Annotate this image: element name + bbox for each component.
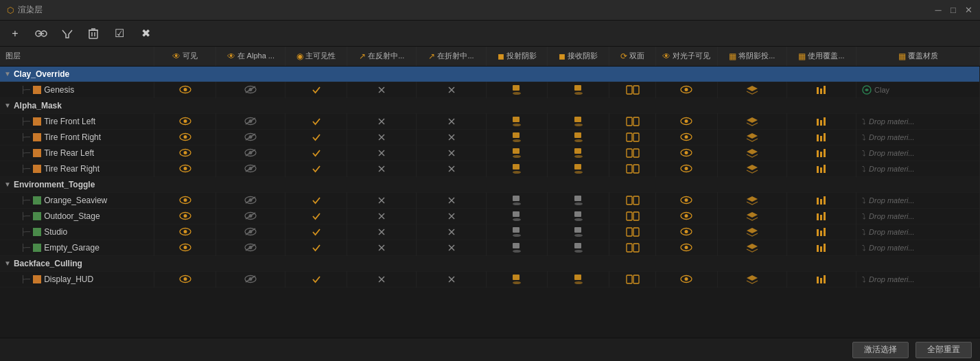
cell-twosided[interactable] xyxy=(609,82,655,97)
cell-castshadow[interactable] xyxy=(486,129,548,145)
cell-refl[interactable] xyxy=(347,113,417,129)
cell-usecover[interactable] xyxy=(786,192,856,208)
cell-usecover[interactable] xyxy=(786,271,856,287)
cell-covermaterial[interactable]: ⤵ Drop materi... xyxy=(856,145,980,161)
section-row[interactable]: ▼ Alpha_Mask xyxy=(0,97,980,113)
cell-refl[interactable] xyxy=(347,161,417,176)
cell-photovis[interactable] xyxy=(655,145,717,161)
cell-name[interactable]: ├─ Display_HUD xyxy=(0,271,154,287)
cell-visible[interactable] xyxy=(154,113,216,129)
filter-button[interactable] xyxy=(58,24,77,43)
cell-usecover[interactable] xyxy=(786,145,856,161)
cell-visible[interactable] xyxy=(154,145,216,161)
maximize-button[interactable]: □ xyxy=(948,5,958,15)
cell-shadowpass[interactable] xyxy=(717,82,786,97)
cell-name[interactable]: ├─ Tire Front Right xyxy=(0,129,154,145)
cell-refr[interactable] xyxy=(417,82,486,97)
cell-covermaterial[interactable]: ⤵ Drop materi... xyxy=(856,113,980,129)
reset-all-button[interactable]: 全部重置 xyxy=(915,342,972,358)
section-cell[interactable]: ▼ Clay_Override xyxy=(0,66,980,82)
cell-mainvis[interactable] xyxy=(285,129,347,145)
cell-recvshadow[interactable] xyxy=(548,192,609,208)
cell-visible[interactable] xyxy=(154,129,216,145)
table-row[interactable]: ├─ Outdoor_Stage ⤵ Drop materi... xyxy=(0,208,980,224)
cell-usecover[interactable] xyxy=(786,240,856,255)
add-layer-button[interactable]: + xyxy=(5,24,25,43)
cell-shadowpass[interactable] xyxy=(717,129,786,145)
minimize-button[interactable]: ─ xyxy=(933,5,943,15)
table-row[interactable]: ├─ Tire Front Left ⤵ Drop materi... xyxy=(0,113,980,129)
cell-twosided[interactable] xyxy=(609,192,655,208)
cell-covermaterial[interactable]: ⤵ Drop materi... xyxy=(856,224,980,240)
cell-shadowpass[interactable] xyxy=(717,161,786,176)
table-row[interactable]: ├─ Genesis Clay xyxy=(0,82,980,97)
cell-alpha[interactable] xyxy=(216,208,285,224)
table-row[interactable]: ├─ Empty_Garage ⤵ Drop materi... xyxy=(0,240,980,255)
cell-shadowpass[interactable] xyxy=(717,240,786,255)
cell-refr[interactable] xyxy=(417,145,486,161)
cell-shadowpass[interactable] xyxy=(717,271,786,287)
cell-refl[interactable] xyxy=(347,145,417,161)
cell-alpha[interactable] xyxy=(216,271,285,287)
cell-visible[interactable] xyxy=(154,271,216,287)
table-row[interactable]: ├─ Tire Rear Right ⤵ Drop materi... xyxy=(0,161,980,176)
cell-recvshadow[interactable] xyxy=(548,113,609,129)
cell-recvshadow[interactable] xyxy=(548,240,609,255)
check-button[interactable]: ☑ xyxy=(110,24,129,43)
cell-shadowpass[interactable] xyxy=(717,224,786,240)
cell-covermaterial[interactable]: Clay xyxy=(856,82,980,97)
cell-mainvis[interactable] xyxy=(285,145,347,161)
collapse-arrow[interactable]: ▼ xyxy=(4,259,11,267)
delete-button[interactable] xyxy=(84,24,103,43)
cell-mainvis[interactable] xyxy=(285,113,347,129)
cell-refl[interactable] xyxy=(347,192,417,208)
cell-alpha[interactable] xyxy=(216,240,285,255)
cell-refr[interactable] xyxy=(417,224,486,240)
uncheck-button[interactable]: ✖ xyxy=(136,24,155,43)
cell-twosided[interactable] xyxy=(609,224,655,240)
activate-selection-button[interactable]: 激活选择 xyxy=(852,342,909,358)
cell-refl[interactable] xyxy=(347,224,417,240)
cell-recvshadow[interactable] xyxy=(548,208,609,224)
cell-refr[interactable] xyxy=(417,240,486,255)
cell-name[interactable]: ├─ Orange_Seaview xyxy=(0,192,154,208)
section-cell[interactable]: ▼ Alpha_Mask xyxy=(0,97,980,113)
table-row[interactable]: ├─ Orange_Seaview ⤵ Drop materi... xyxy=(0,192,980,208)
section-row[interactable]: ▼ Clay_Override xyxy=(0,66,980,82)
cell-shadowpass[interactable] xyxy=(717,145,786,161)
cell-twosided[interactable] xyxy=(609,113,655,129)
close-button[interactable]: ✕ xyxy=(964,5,973,15)
cell-twosided[interactable] xyxy=(609,129,655,145)
cell-usecover[interactable] xyxy=(786,113,856,129)
cell-recvshadow[interactable] xyxy=(548,145,609,161)
cell-photovis[interactable] xyxy=(655,271,717,287)
cell-mainvis[interactable] xyxy=(285,161,347,176)
cell-castshadow[interactable] xyxy=(486,113,548,129)
cell-covermaterial[interactable]: ⤵ Drop materi... xyxy=(856,240,980,255)
cell-visible[interactable] xyxy=(154,192,216,208)
collapse-arrow[interactable]: ▼ xyxy=(4,70,11,78)
cell-mainvis[interactable] xyxy=(285,271,347,287)
cell-photovis[interactable] xyxy=(655,192,717,208)
cell-castshadow[interactable] xyxy=(486,161,548,176)
cell-photovis[interactable] xyxy=(655,161,717,176)
cell-alpha[interactable] xyxy=(216,192,285,208)
cell-twosided[interactable] xyxy=(609,145,655,161)
table-row[interactable]: ├─ Tire Rear Left ⤵ Drop materi... xyxy=(0,145,980,161)
cell-photovis[interactable] xyxy=(655,208,717,224)
cell-visible[interactable] xyxy=(154,161,216,176)
cell-refr[interactable] xyxy=(417,192,486,208)
table-row[interactable]: ├─ Studio ⤵ Drop materi... xyxy=(0,224,980,240)
cell-recvshadow[interactable] xyxy=(548,129,609,145)
table-row[interactable]: ├─ Tire Front Right ⤵ Drop materi... xyxy=(0,129,980,145)
section-cell[interactable]: ▼ Environment_Toggle xyxy=(0,176,980,192)
cell-refl[interactable] xyxy=(347,129,417,145)
cell-shadowpass[interactable] xyxy=(717,113,786,129)
cell-refr[interactable] xyxy=(417,129,486,145)
cell-alpha[interactable] xyxy=(216,129,285,145)
cell-photovis[interactable] xyxy=(655,113,717,129)
cell-photovis[interactable] xyxy=(655,82,717,97)
section-row[interactable]: ▼ Environment_Toggle xyxy=(0,176,980,192)
cell-refr[interactable] xyxy=(417,161,486,176)
cell-alpha[interactable] xyxy=(216,224,285,240)
